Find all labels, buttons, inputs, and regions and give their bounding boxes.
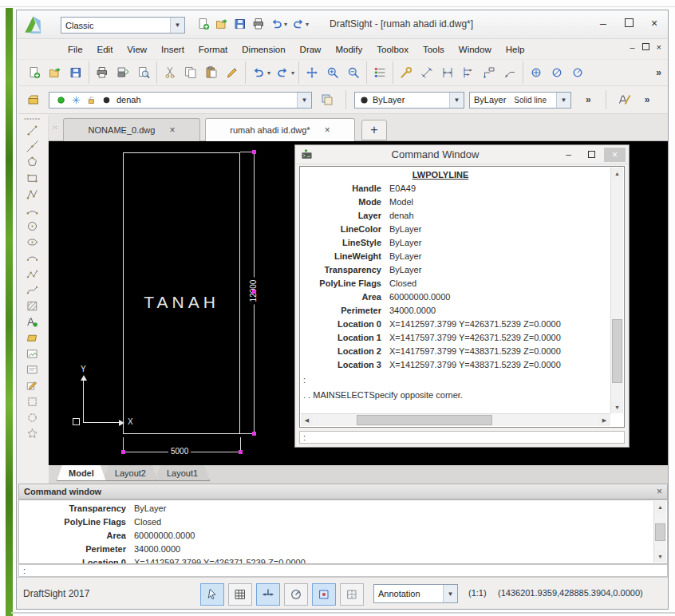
annotation-scale-selector[interactable]: Annotation ▼ (373, 584, 458, 603)
print-icon[interactable] (249, 14, 267, 34)
attach-image-icon[interactable] (23, 346, 42, 361)
save-icon[interactable] (231, 14, 249, 34)
menu-modify[interactable]: Modify (328, 42, 369, 57)
diameter-dimension-icon[interactable] (547, 62, 567, 83)
redo-icon[interactable] (272, 62, 293, 83)
scroll-right-icon[interactable]: ▶ (598, 414, 610, 426)
aligned-dimension-icon[interactable] (416, 62, 437, 83)
grip-point[interactable] (252, 432, 256, 436)
format-overflow-button-2[interactable]: » (645, 94, 650, 105)
print-preview-icon[interactable] (133, 62, 154, 83)
batch-print-icon[interactable] (112, 62, 133, 83)
layers-properties-icon[interactable] (317, 89, 338, 110)
toolbar-overflow-button[interactable]: » (656, 67, 661, 78)
undo-icon[interactable] (248, 62, 269, 83)
maximize-button[interactable] (622, 16, 636, 30)
circle-icon[interactable] (23, 218, 42, 234)
tab-close-icon[interactable]: × (325, 124, 330, 136)
entity-snap-icon[interactable] (312, 583, 336, 606)
doc-minimize-button[interactable]: – (630, 42, 634, 52)
docked-command-title-bar[interactable]: Command window × (18, 484, 668, 500)
sheet-tab-layout2[interactable]: Layout2 (103, 465, 158, 481)
ellipse-arc-icon[interactable] (23, 250, 42, 266)
menu-toolbox[interactable]: Toolbox (369, 42, 416, 57)
leader-icon[interactable] (499, 62, 520, 83)
menu-tools[interactable]: Tools (416, 42, 452, 57)
vertical-scrollbar[interactable]: ▲ ▼ (610, 168, 623, 413)
layer-show-icon[interactable] (53, 93, 69, 108)
radius-dimension-icon[interactable] (567, 62, 588, 83)
layer-thaw-icon[interactable] (69, 93, 84, 108)
baseline-dimension-icon[interactable] (458, 62, 479, 83)
save-icon[interactable] (65, 62, 86, 83)
drawing-canvas[interactable]: TANAH 12000 5000 Y X Comm (49, 141, 668, 465)
open-icon[interactable] (45, 62, 65, 83)
style-painter-icon[interactable] (222, 62, 243, 83)
ortho-icon[interactable] (256, 583, 280, 606)
pan-icon[interactable] (302, 62, 322, 83)
annotate-edit-icon[interactable] (614, 89, 635, 110)
spline-icon[interactable] (23, 282, 42, 298)
chevron-down-icon[interactable]: ▼ (443, 585, 457, 602)
redo-dropdown-caret-icon[interactable]: ▾ (291, 69, 294, 77)
redo-dropdown-caret-icon[interactable]: ▾ (306, 21, 309, 28)
entity-track-icon[interactable] (340, 583, 364, 606)
menu-window[interactable]: Window (452, 42, 499, 57)
scrollbar-thumb[interactable] (655, 523, 665, 541)
chevron-down-icon[interactable]: ▼ (556, 93, 570, 108)
grip-point[interactable] (252, 150, 256, 154)
linear-dimension-icon[interactable] (437, 62, 458, 83)
scroll-left-icon[interactable]: ◀ (301, 414, 313, 426)
arc-icon[interactable] (23, 202, 42, 218)
ellipse-icon[interactable] (23, 234, 42, 250)
close-button[interactable]: × (647, 16, 661, 30)
menu-view[interactable]: View (120, 42, 154, 57)
undo-dropdown-caret-icon[interactable]: ▾ (267, 69, 270, 77)
edit-annotation-icon[interactable] (23, 377, 42, 393)
hatch-icon[interactable] (23, 298, 42, 314)
tab-noname-0[interactable]: NONAME_0.dwg × (63, 118, 200, 141)
scroll-up-icon[interactable]: ▲ (611, 168, 623, 180)
zoom-previous-icon[interactable] (343, 62, 364, 83)
minimize-button[interactable]: – (596, 16, 610, 30)
chevron-down-icon[interactable]: ▼ (449, 93, 464, 108)
smart-annotation-icon[interactable] (23, 314, 42, 330)
copy-icon[interactable] (180, 62, 201, 83)
rectangle-icon[interactable] (23, 170, 42, 186)
new-tab-button[interactable]: + (361, 120, 387, 140)
menu-draw[interactable]: Draw (293, 42, 329, 57)
line-style-selector[interactable]: ByLayer Solid line ▼ (469, 92, 571, 109)
select-window-icon[interactable] (23, 393, 42, 409)
redo-icon[interactable] (289, 14, 307, 34)
zoom-dynamic-icon[interactable] (322, 62, 343, 83)
layer-unlock-icon[interactable] (84, 93, 99, 108)
paste-icon[interactable] (201, 62, 222, 83)
command-input-field[interactable]: : (299, 431, 625, 444)
select-freeform-icon[interactable] (23, 425, 42, 441)
scroll-down-icon[interactable]: ▼ (654, 551, 666, 563)
pointer-snap-icon[interactable] (200, 583, 224, 606)
scroll-down-icon[interactable]: ▼ (611, 401, 623, 413)
grid-icon[interactable] (228, 583, 252, 606)
grip-point[interactable] (239, 450, 243, 454)
scrollbar-thumb[interactable] (612, 319, 622, 383)
new-icon[interactable] (24, 62, 45, 83)
select-circle-icon[interactable] (23, 409, 42, 425)
new-icon[interactable] (194, 14, 212, 34)
menu-insert[interactable]: Insert (154, 42, 191, 57)
menu-format[interactable]: Format (191, 42, 235, 57)
polygon-icon[interactable] (23, 154, 42, 170)
menu-file[interactable]: File (61, 42, 90, 57)
workspace-selector[interactable]: Classic ▼ (61, 17, 185, 34)
polyline-icon[interactable] (23, 186, 42, 202)
palette-close-button[interactable]: × (604, 148, 626, 162)
palette-minimize-button[interactable]: – (558, 148, 579, 162)
spline-control-icon[interactable] (23, 266, 42, 282)
docked-command-input-field[interactable]: : (18, 564, 668, 577)
line-color-selector[interactable]: ByLayer ▼ (354, 92, 464, 109)
menu-dimension[interactable]: Dimension (235, 42, 292, 57)
center-mark-icon[interactable] (526, 62, 547, 83)
infinite-line-icon[interactable] (23, 138, 42, 154)
vertical-scrollbar[interactable]: ▲ ▼ (653, 501, 666, 563)
scroll-up-icon[interactable]: ▲ (654, 501, 666, 513)
